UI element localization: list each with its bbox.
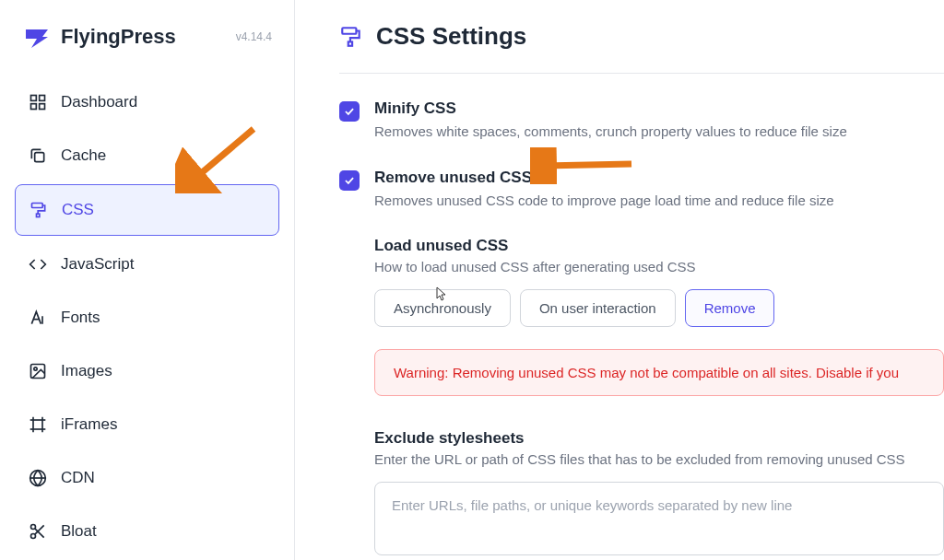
paint-roller-icon: [339, 25, 363, 49]
scissors-icon: [28, 521, 48, 542]
load-option-remove[interactable]: Remove: [685, 289, 775, 327]
svg-rect-6: [37, 214, 40, 216]
version-label: v4.14.4: [236, 30, 279, 43]
exclude-title: Exclude stylesheets: [374, 429, 944, 448]
sidebar-item-label: Fonts: [61, 309, 100, 327]
sidebar-item-label: CSS: [62, 201, 94, 219]
svg-rect-13: [348, 41, 352, 45]
svg-rect-3: [40, 104, 45, 110]
dashboard-icon: [28, 92, 48, 112]
sidebar-item-label: Dashboard: [61, 93, 137, 111]
sidebar-item-images[interactable]: Images: [15, 346, 279, 396]
sidebar-item-cdn[interactable]: CDN: [15, 453, 279, 503]
warning-message: Warning: Removing unused CSS may not be …: [374, 349, 944, 396]
exclude-desc: Enter the URL or path of CSS files that …: [374, 451, 944, 467]
svg-rect-5: [32, 204, 43, 208]
brand-name: FlyingPress: [61, 25, 176, 49]
image-icon: [28, 361, 48, 381]
sidebar-item-dashboard[interactable]: Dashboard: [15, 77, 279, 127]
page-title: CSS Settings: [376, 22, 526, 51]
svg-point-11: [31, 534, 36, 539]
minify-css-checkbox[interactable]: [339, 101, 360, 122]
svg-point-8: [34, 368, 37, 370]
svg-rect-12: [342, 28, 356, 34]
sidebar-item-label: Bloat: [61, 522, 97, 541]
sidebar-item-bloat[interactable]: Bloat: [15, 507, 279, 556]
logo-icon: [22, 22, 52, 52]
sidebar-item-label: Images: [61, 362, 112, 380]
sidebar-item-fonts[interactable]: Fonts: [15, 293, 279, 343]
sidebar-item-iframes[interactable]: iFrames: [15, 400, 279, 449]
load-unused-title: Load unused CSS: [374, 237, 944, 255]
load-option-user-interaction[interactable]: On user interaction: [520, 289, 676, 327]
load-option-asynchronously[interactable]: Asynchronously: [374, 289, 511, 327]
exclude-stylesheets-input[interactable]: [374, 482, 944, 555]
load-unused-desc: How to load unused CSS after generating …: [374, 259, 944, 274]
globe-icon: [28, 468, 48, 488]
svg-rect-2: [31, 104, 37, 110]
sidebar-item-javascript[interactable]: JavaScript: [15, 239, 279, 289]
frame-icon: [28, 414, 48, 435]
remove-unused-css-title: Remove unused CSS: [374, 169, 944, 187]
code-icon: [28, 254, 48, 274]
sidebar-item-label: Cache: [61, 146, 106, 165]
remove-unused-css-desc: Removes unused CSS code to improve page …: [374, 191, 944, 212]
copy-icon: [28, 146, 48, 166]
sidebar-item-label: JavaScript: [61, 255, 134, 274]
sidebar-item-label: iFrames: [61, 415, 117, 434]
sidebar-item-css[interactable]: CSS: [15, 184, 279, 236]
svg-rect-4: [35, 153, 44, 162]
minify-css-desc: Removes white spaces, comments, crunch p…: [374, 122, 944, 143]
paint-roller-icon: [29, 200, 49, 220]
page-header: CSS Settings: [339, 22, 944, 74]
sidebar-item-cache[interactable]: Cache: [15, 131, 279, 181]
font-icon: [28, 308, 48, 328]
brand-logo: FlyingPress v4.14.4: [15, 22, 279, 52]
svg-rect-0: [31, 96, 37, 101]
minify-css-title: Minify CSS: [374, 99, 944, 118]
remove-unused-css-checkbox[interactable]: [339, 170, 360, 191]
sidebar-item-label: CDN: [61, 469, 95, 487]
svg-rect-1: [40, 96, 45, 101]
svg-point-10: [31, 525, 36, 530]
